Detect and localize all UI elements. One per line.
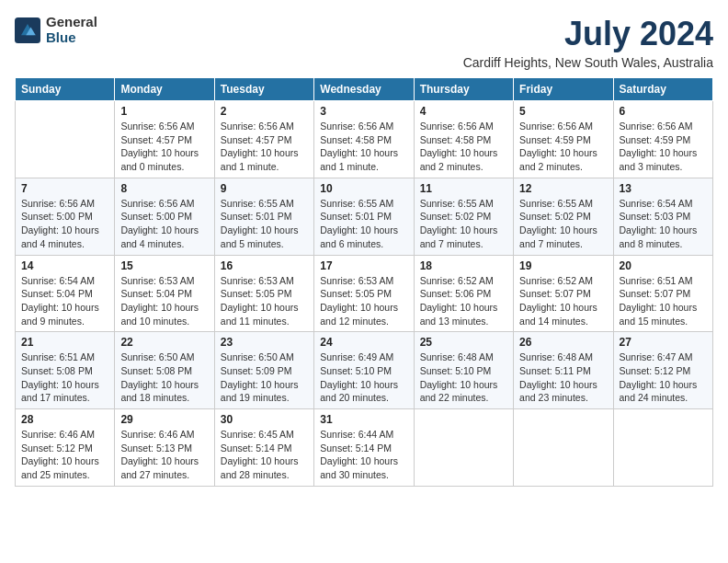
calendar-cell: 6Sunrise: 6:56 AMSunset: 4:59 PMDaylight…	[613, 101, 712, 178]
day-info: Sunrise: 6:51 AMSunset: 5:08 PMDaylight:…	[21, 350, 108, 405]
calendar-cell: 11Sunrise: 6:55 AMSunset: 5:02 PMDayligh…	[414, 178, 513, 255]
day-number: 8	[120, 182, 208, 195]
day-number: 15	[120, 259, 208, 272]
calendar-header-row: SundayMondayTuesdayWednesdayThursdayFrid…	[16, 78, 713, 101]
calendar-cell: 10Sunrise: 6:55 AMSunset: 5:01 PMDayligh…	[314, 178, 414, 255]
day-info: Sunrise: 6:54 AMSunset: 5:04 PMDaylight:…	[21, 274, 108, 328]
day-info: Sunrise: 6:48 AMSunset: 5:11 PMDaylight:…	[519, 350, 607, 405]
day-number: 29	[120, 413, 208, 426]
day-info: Sunrise: 6:48 AMSunset: 5:10 PMDaylight:…	[420, 350, 507, 405]
calendar-cell: 20Sunrise: 6:51 AMSunset: 5:07 PMDayligh…	[613, 255, 712, 332]
day-number: 21	[21, 336, 108, 349]
day-number: 23	[221, 336, 308, 349]
day-info: Sunrise: 6:56 AMSunset: 4:57 PMDaylight:…	[120, 120, 208, 174]
day-number: 2	[221, 105, 308, 118]
day-number: 6	[620, 105, 707, 118]
day-number: 17	[320, 259, 407, 272]
day-number: 10	[320, 182, 407, 195]
day-number: 28	[21, 413, 108, 426]
day-number: 1	[120, 105, 208, 118]
day-number: 14	[21, 259, 108, 272]
calendar-cell: 30Sunrise: 6:45 AMSunset: 5:14 PMDayligh…	[214, 409, 313, 487]
column-header-sunday: Sunday	[16, 78, 115, 101]
day-number: 24	[320, 336, 407, 349]
calendar-cell: 5Sunrise: 6:56 AMSunset: 4:59 PMDaylight…	[514, 101, 613, 178]
column-header-monday: Monday	[115, 78, 214, 101]
calendar-cell: 24Sunrise: 6:49 AMSunset: 5:10 PMDayligh…	[314, 332, 414, 409]
day-number: 25	[420, 336, 507, 349]
day-number: 16	[221, 259, 308, 272]
calendar-cell: 16Sunrise: 6:53 AMSunset: 5:05 PMDayligh…	[214, 255, 313, 332]
calendar-cell: 27Sunrise: 6:47 AMSunset: 5:12 PMDayligh…	[613, 332, 712, 409]
day-number: 12	[519, 182, 607, 195]
calendar-cell: 31Sunrise: 6:44 AMSunset: 5:14 PMDayligh…	[314, 409, 414, 487]
day-info: Sunrise: 6:56 AMSunset: 4:58 PMDaylight:…	[420, 120, 507, 174]
logo-general-text: General	[46, 15, 97, 30]
calendar-cell	[16, 101, 115, 178]
day-info: Sunrise: 6:53 AMSunset: 5:05 PMDaylight:…	[221, 274, 308, 328]
day-info: Sunrise: 6:53 AMSunset: 5:05 PMDaylight:…	[320, 274, 407, 328]
column-header-saturday: Saturday	[613, 78, 712, 101]
logo: General Blue	[15, 15, 97, 45]
calendar-cell: 26Sunrise: 6:48 AMSunset: 5:11 PMDayligh…	[514, 332, 613, 409]
day-info: Sunrise: 6:56 AMSunset: 4:59 PMDaylight:…	[620, 120, 707, 174]
day-info: Sunrise: 6:52 AMSunset: 5:06 PMDaylight:…	[420, 274, 507, 328]
day-number: 13	[620, 182, 707, 195]
day-number: 5	[519, 105, 607, 118]
calendar-cell: 29Sunrise: 6:46 AMSunset: 5:13 PMDayligh…	[115, 409, 214, 487]
day-number: 9	[221, 182, 308, 195]
calendar-table: SundayMondayTuesdayWednesdayThursdayFrid…	[15, 77, 713, 487]
calendar-cell: 15Sunrise: 6:53 AMSunset: 5:04 PMDayligh…	[115, 255, 214, 332]
calendar-week-row: 1Sunrise: 6:56 AMSunset: 4:57 PMDaylight…	[16, 101, 713, 178]
day-info: Sunrise: 6:54 AMSunset: 5:03 PMDaylight:…	[620, 197, 707, 251]
day-number: 20	[620, 259, 707, 272]
calendar-cell: 13Sunrise: 6:54 AMSunset: 5:03 PMDayligh…	[613, 178, 712, 255]
calendar-week-row: 14Sunrise: 6:54 AMSunset: 5:04 PMDayligh…	[16, 255, 713, 332]
day-info: Sunrise: 6:55 AMSunset: 5:02 PMDaylight:…	[519, 197, 607, 251]
day-info: Sunrise: 6:55 AMSunset: 5:02 PMDaylight:…	[420, 197, 507, 251]
calendar-cell: 22Sunrise: 6:50 AMSunset: 5:08 PMDayligh…	[115, 332, 214, 409]
day-info: Sunrise: 6:45 AMSunset: 5:14 PMDaylight:…	[221, 428, 308, 482]
calendar-week-row: 28Sunrise: 6:46 AMSunset: 5:12 PMDayligh…	[16, 409, 713, 487]
day-number: 30	[221, 413, 308, 426]
day-info: Sunrise: 6:56 AMSunset: 5:00 PMDaylight:…	[21, 197, 108, 251]
location-subtitle: Cardiff Heights, New South Wales, Austra…	[463, 55, 713, 70]
calendar-cell	[514, 409, 613, 487]
calendar-cell: 12Sunrise: 6:55 AMSunset: 5:02 PMDayligh…	[514, 178, 613, 255]
day-info: Sunrise: 6:50 AMSunset: 5:09 PMDaylight:…	[221, 350, 308, 405]
day-info: Sunrise: 6:46 AMSunset: 5:13 PMDaylight:…	[120, 428, 208, 482]
day-info: Sunrise: 6:56 AMSunset: 4:58 PMDaylight:…	[320, 120, 407, 174]
column-header-friday: Friday	[514, 78, 613, 101]
calendar-cell: 18Sunrise: 6:52 AMSunset: 5:06 PMDayligh…	[414, 255, 513, 332]
day-number: 4	[420, 105, 507, 118]
day-info: Sunrise: 6:50 AMSunset: 5:08 PMDaylight:…	[120, 350, 208, 405]
day-number: 11	[420, 182, 507, 195]
day-info: Sunrise: 6:56 AMSunset: 5:00 PMDaylight:…	[120, 197, 208, 251]
calendar-cell: 19Sunrise: 6:52 AMSunset: 5:07 PMDayligh…	[514, 255, 613, 332]
calendar-cell: 8Sunrise: 6:56 AMSunset: 5:00 PMDaylight…	[115, 178, 214, 255]
calendar-cell: 25Sunrise: 6:48 AMSunset: 5:10 PMDayligh…	[414, 332, 513, 409]
day-info: Sunrise: 6:55 AMSunset: 5:01 PMDaylight:…	[221, 197, 308, 251]
day-info: Sunrise: 6:52 AMSunset: 5:07 PMDaylight:…	[519, 274, 607, 328]
day-info: Sunrise: 6:56 AMSunset: 4:59 PMDaylight:…	[519, 120, 607, 174]
calendar-week-row: 21Sunrise: 6:51 AMSunset: 5:08 PMDayligh…	[16, 332, 713, 409]
calendar-cell: 14Sunrise: 6:54 AMSunset: 5:04 PMDayligh…	[16, 255, 115, 332]
calendar-cell: 1Sunrise: 6:56 AMSunset: 4:57 PMDaylight…	[115, 101, 214, 178]
day-info: Sunrise: 6:56 AMSunset: 4:57 PMDaylight:…	[221, 120, 308, 174]
day-info: Sunrise: 6:53 AMSunset: 5:04 PMDaylight:…	[120, 274, 208, 328]
calendar-cell: 23Sunrise: 6:50 AMSunset: 5:09 PMDayligh…	[214, 332, 313, 409]
day-number: 22	[120, 336, 208, 349]
calendar-cell: 3Sunrise: 6:56 AMSunset: 4:58 PMDaylight…	[314, 101, 414, 178]
logo-icon	[15, 17, 40, 43]
month-title: July 2024	[463, 15, 713, 53]
day-info: Sunrise: 6:46 AMSunset: 5:12 PMDaylight:…	[21, 428, 108, 482]
calendar-cell: 9Sunrise: 6:55 AMSunset: 5:01 PMDaylight…	[214, 178, 313, 255]
column-header-tuesday: Tuesday	[214, 78, 313, 101]
column-header-thursday: Thursday	[414, 78, 513, 101]
day-number: 26	[519, 336, 607, 349]
calendar-cell	[414, 409, 513, 487]
day-info: Sunrise: 6:47 AMSunset: 5:12 PMDaylight:…	[620, 350, 707, 405]
title-block: July 2024 Cardiff Heights, New South Wal…	[463, 15, 713, 70]
day-number: 31	[320, 413, 407, 426]
calendar-cell: 7Sunrise: 6:56 AMSunset: 5:00 PMDaylight…	[16, 178, 115, 255]
